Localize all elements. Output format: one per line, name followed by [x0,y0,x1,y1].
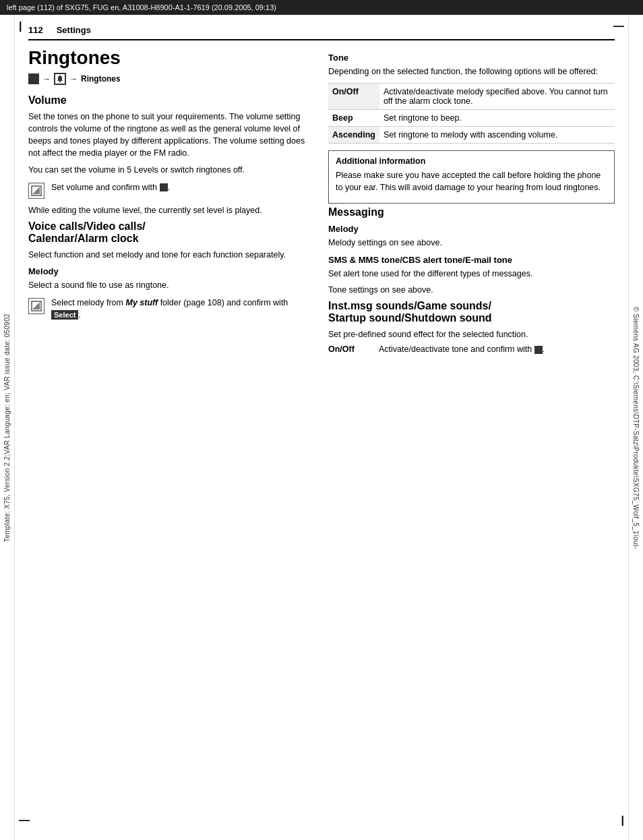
additional-info-box: Additional information Please make sure … [328,150,615,204]
melody-icon-row: Select melody from My stuff folder (page… [28,297,315,321]
page-header: 112 Settings [28,25,615,40]
page-number: 112 [28,25,43,35]
info-box-title: Additional information [336,156,607,166]
confirm-square-icon [160,183,168,191]
tone-desc: Set ringtone to beep. [379,110,615,127]
instmsg-onoff-desc: Activate/deactivate tone and confirm wit… [379,344,545,354]
nav-square-icon [28,73,39,84]
left-column: Ringtones → → Ringtones Volume Set the t… [28,47,315,354]
side-left-text: Template: X75, Version 2.2;VAR Language:… [3,313,11,542]
info-box-text: Please make sure you have accepted the c… [336,169,607,193]
melody-icon [28,298,44,314]
side-label-right: © Siemens AG 2003, C:\Siemens\DTP-Satz\P… [628,15,643,840]
instmsg-confirm-icon [534,346,543,354]
right-column: Tone Depending on the selected function,… [328,47,615,354]
main-content: 112 Settings Ringtones → → Ringtones [15,15,628,840]
tone-intro: Depending on the selected function, the … [328,65,615,78]
nav-bell-icon [54,73,66,85]
page-section-title: Settings [57,25,91,35]
tone-term: Beep [328,110,379,127]
top-bar-text: left page (112) of SXG75, FUG en, A31008… [7,3,276,11]
volume-icon [28,183,44,199]
tone-table: On/OffActivate/deactivate melody specifi… [328,83,615,144]
volume-para3: While editing the volume level, the curr… [28,204,315,216]
tone-heading: Tone [328,53,615,63]
sms-para: Set alert tone used for the different ty… [328,268,615,280]
main-title: Ringtones [28,47,315,69]
instmsg-onoff-row: On/Off Activate/deactivate tone and conf… [328,344,615,354]
tone-settings-para: Tone settings on see above. [328,284,615,296]
volume-para2: You can set the volume in 5 Levels or sw… [28,164,315,176]
instmsg-onoff-term: On/Off [328,344,365,354]
sms-heading: SMS & MMS tone/CBS alert tone/E-mail ton… [328,255,615,265]
nav-arrow-1: → [42,74,51,84]
volume-icon-row: Set volume and confirm with . [28,181,315,199]
my-stuff-link: My stuff [125,298,158,307]
instmsg-heading: Inst.msg sounds/Game sounds/Startup soun… [328,300,615,324]
messaging-melody-heading: Melody [328,224,615,234]
messaging-melody-para: Melody settings on see above. [328,237,615,249]
side-label-left: Template: X75, Version 2.2;VAR Language:… [0,15,15,840]
svg-rect-0 [59,81,61,82]
volume-icon-text: Set volume and confirm with . [51,181,170,193]
volume-para1: Set the tones on the phone to suit your … [28,111,315,160]
instmsg-para1: Set pre-defined sound effect for the sel… [328,328,615,340]
two-column-layout: Ringtones → → Ringtones Volume Set the t… [28,47,615,354]
melody-para-left: Select a sound file to use as ringtone. [28,279,315,291]
melody-icon-text: Select melody from My stuff folder (page… [51,297,315,321]
nav-arrow-2: → [69,74,78,84]
messaging-heading: Messaging [328,206,615,218]
tone-term: Ascending [328,127,379,144]
select-button[interactable]: Select [51,310,78,320]
volume-heading: Volume [28,94,315,107]
breadcrumb-label: Ringtones [81,74,121,84]
voice-calls-para1: Select function and set melody and tone … [28,249,315,261]
tone-term: On/Off [328,84,379,110]
voice-calls-heading: Voice calls/Video calls/Calendar/Alarm c… [28,220,315,245]
tone-table-row: On/OffActivate/deactivate melody specifi… [328,84,615,110]
breadcrumb: → → Ringtones [28,73,315,85]
tone-table-row: AscendingSet ringtone to melody with asc… [328,127,615,144]
tone-desc: Set ringtone to melody with ascending vo… [379,127,615,144]
tone-table-row: BeepSet ringtone to beep. [328,110,615,127]
top-bar: left page (112) of SXG75, FUG en, A31008… [0,0,643,15]
side-right-text: © Siemens AG 2003, C:\Siemens\DTP-Satz\P… [632,306,640,549]
melody-heading-left: Melody [28,266,315,276]
tone-desc: Activate/deactivate melody specified abo… [379,84,615,110]
